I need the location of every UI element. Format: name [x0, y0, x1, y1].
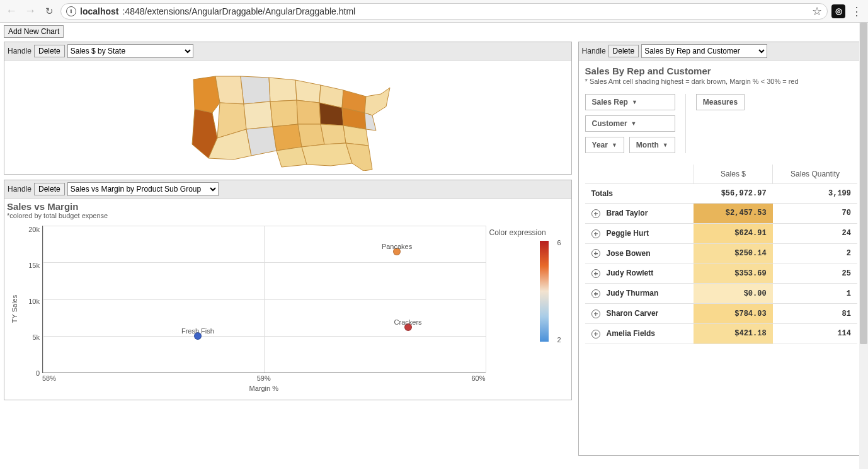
- rep-name-cell: Sharon Carver: [585, 304, 694, 324]
- us-choropleth-map: [181, 64, 395, 171]
- table-row[interactable]: Amelia Fields$421.18114: [585, 323, 857, 344]
- expand-icon[interactable]: [591, 249, 600, 258]
- ytick: 5k: [32, 333, 40, 341]
- handle-label[interactable]: Handle: [8, 185, 31, 194]
- qty-cell: 2: [773, 243, 857, 263]
- expand-icon[interactable]: [591, 289, 600, 298]
- scatter-body: Sales vs Margin *colored by total budget…: [4, 199, 571, 400]
- card-pivot: Handle Delete Sales By Rep and Customer …: [578, 42, 864, 456]
- xtick: 59%: [257, 374, 271, 382]
- rep-name-cell: Judy Rowlett: [585, 263, 694, 284]
- chart-select-map[interactable]: Sales $ by State: [67, 44, 193, 58]
- dimension-selectors: Sales Rep▼ Customer▼ Year▼ Month▼ Measur…: [585, 94, 857, 153]
- sales-cell: $353.69: [694, 263, 772, 284]
- chart-select-scatter[interactable]: Sales vs Margin by Product Sub Group: [67, 182, 219, 196]
- address-bar[interactable]: i localhost:4848/extensions/AngularDragg…: [60, 3, 828, 20]
- row-dimensions: Sales Rep▼ Customer▼ Year▼ Month▼: [585, 94, 686, 153]
- expand-icon[interactable]: [591, 310, 600, 318]
- delete-button[interactable]: Delete: [608, 45, 639, 57]
- totals-qty: 3,199: [773, 184, 857, 204]
- ytick: 15k: [28, 262, 40, 269]
- panel-subtitle: * Sales Amt cell shading highest = dark …: [585, 78, 857, 85]
- col-qty-header[interactable]: Sales Quantity: [773, 165, 857, 184]
- add-new-chart-button[interactable]: Add New Chart: [4, 25, 64, 38]
- x-axis-label: Margin %: [42, 382, 486, 392]
- chevron-down-icon: ▼: [632, 99, 637, 105]
- scatter-point-label: Crackers: [394, 318, 422, 325]
- sales-cell: $2,457.53: [694, 204, 772, 224]
- y-ticks: 20k 15k 10k 5k 0: [21, 226, 42, 392]
- expand-icon[interactable]: [591, 330, 600, 339]
- table-row[interactable]: Jose Bowen$250.142: [585, 243, 857, 263]
- delete-button[interactable]: Delete: [34, 183, 65, 195]
- table-row[interactable]: Sharon Carver$784.0381: [585, 304, 857, 324]
- table-row[interactable]: Judy Thurman$0.001: [585, 284, 857, 304]
- scatter-plot: TY Sales 20k 15k 10k 5k 0: [4, 223, 571, 400]
- scatter-point-label: Pancakes: [382, 242, 412, 250]
- qty-cell: 25: [773, 263, 857, 284]
- handle-label[interactable]: Handle: [8, 47, 31, 55]
- expand-icon[interactable]: [591, 269, 600, 278]
- col-sales-header[interactable]: Sales $: [694, 165, 772, 184]
- table-row[interactable]: Peggie Hurt$624.9124: [585, 223, 857, 243]
- totals-label: Totals: [585, 184, 694, 204]
- ytick: 10k: [28, 298, 40, 305]
- card-header-scatter: Handle Delete Sales vs Margin by Product…: [4, 180, 571, 199]
- reload-icon[interactable]: ↻: [42, 4, 57, 19]
- star-icon[interactable]: ☆: [812, 4, 822, 18]
- delete-button[interactable]: Delete: [34, 45, 65, 57]
- card-scatter: Handle Delete Sales vs Margin by Product…: [4, 180, 572, 400]
- y-axis-label: TY Sales: [11, 295, 18, 323]
- info-icon[interactable]: i: [66, 6, 76, 16]
- rep-name-cell: Judy Thurman: [585, 284, 694, 304]
- url-path: :4848/extensions/AngularDraggable/Angula…: [122, 6, 355, 16]
- scatter-point-label: Fresh Fish: [181, 327, 214, 334]
- forward-arrow-icon[interactable]: →: [23, 4, 38, 19]
- chevron-down-icon: ▼: [612, 142, 617, 148]
- totals-sales: $56,972.97: [694, 184, 772, 204]
- table-row[interactable]: Judy Rowlett$353.6925: [585, 263, 857, 284]
- dim-year-button[interactable]: Year▼: [585, 137, 624, 153]
- page-content: Add New Chart Handle Delete Sales $ by S…: [0, 23, 868, 458]
- dim-customer-button[interactable]: Customer▼: [585, 115, 675, 132]
- xtick: 58%: [42, 374, 56, 382]
- rep-name-cell: Brad Taylor: [585, 204, 694, 224]
- qty-cell: 114: [773, 323, 857, 344]
- colorbar: 6 2: [540, 241, 549, 342]
- pivot-body: Sales By Rep and Customer * Sales Amt ce…: [579, 61, 864, 455]
- qty-cell: 1: [773, 284, 857, 304]
- chart-subtitle: *colored by total budget expense: [4, 212, 571, 223]
- chevron-down-icon: ▼: [663, 142, 668, 148]
- chevron-down-icon: ▼: [631, 120, 637, 127]
- map-body: [4, 61, 571, 174]
- card-header-map: Handle Delete Sales $ by State: [4, 42, 571, 61]
- dim-month-button[interactable]: Month▼: [629, 137, 675, 153]
- sales-cell: $250.14: [694, 243, 772, 263]
- expand-icon[interactable]: [591, 209, 600, 218]
- table-row[interactable]: Brad Taylor$2,457.5370: [585, 204, 857, 224]
- menu-dots-icon[interactable]: ⋮: [849, 4, 864, 18]
- rep-name-cell: Amelia Fields: [585, 323, 694, 344]
- x-ticks: 58% 59% 60%: [42, 373, 486, 382]
- card-map: Handle Delete Sales $ by State: [4, 42, 572, 175]
- url-host: localhost: [80, 6, 118, 16]
- rep-name-cell: Peggie Hurt: [585, 223, 694, 243]
- handle-label[interactable]: Handle: [582, 47, 606, 55]
- qty-cell: 24: [773, 223, 857, 243]
- measures-button[interactable]: Measures: [696, 94, 745, 110]
- back-arrow-icon[interactable]: ←: [4, 4, 19, 19]
- rep-name-cell: Jose Bowen: [585, 243, 694, 263]
- legend-title: Color expression: [489, 228, 564, 237]
- page-scrollbar[interactable]: [859, 23, 868, 458]
- qty-cell: 70: [773, 204, 857, 224]
- chart-select-pivot[interactable]: Sales By Rep and Customer: [641, 44, 767, 58]
- expand-icon[interactable]: [591, 229, 600, 238]
- sales-cell: $624.91: [694, 223, 772, 243]
- blank-header: [585, 165, 694, 184]
- dim-sales-rep-button[interactable]: Sales Rep▼: [585, 94, 675, 110]
- sales-cell: $0.00: [694, 284, 772, 304]
- xtick: 60%: [472, 374, 486, 382]
- qty-cell: 81: [773, 304, 857, 324]
- chart-title: Sales vs Margin: [4, 199, 571, 212]
- extension-icon[interactable]: ◎: [831, 4, 845, 18]
